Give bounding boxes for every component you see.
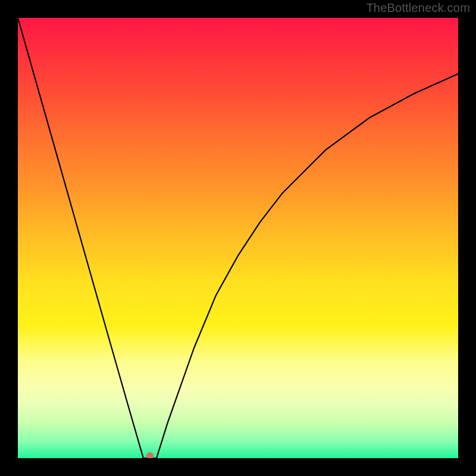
- curve-svg: [18, 18, 458, 458]
- minimum-marker: [146, 452, 154, 458]
- bottleneck-curve: [18, 18, 458, 458]
- watermark-text: TheBottleneck.com: [366, 1, 470, 15]
- chart-frame: TheBottleneck.com: [0, 0, 476, 476]
- plot-area: [18, 18, 458, 458]
